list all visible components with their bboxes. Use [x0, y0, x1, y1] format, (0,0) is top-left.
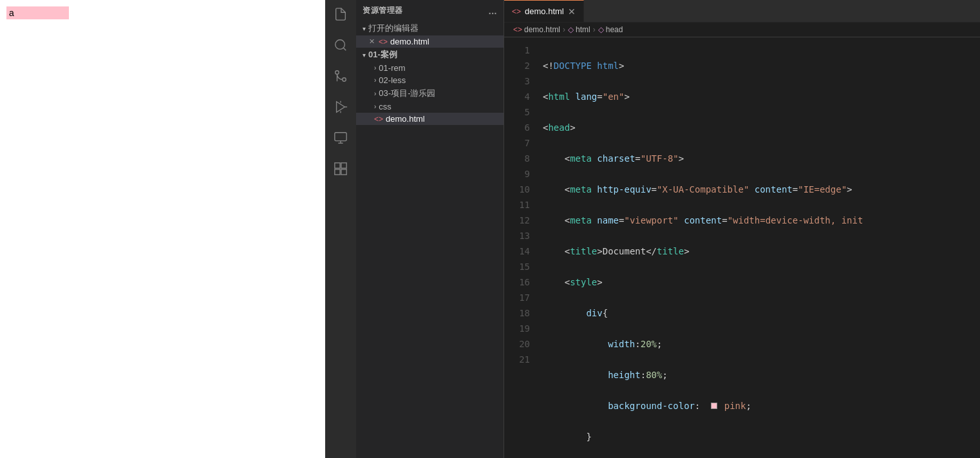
svg-rect-12 — [341, 163, 346, 168]
code-line-7: <title>Document</title> — [543, 243, 974, 259]
chevron-right-icon: › — [374, 64, 376, 72]
code-line-2: <html lang="en"> — [543, 89, 974, 104]
folder-03project-label: 03-项目-游乐园 — [379, 88, 435, 99]
html-file-icon: <> — [379, 37, 388, 46]
tab-label: demo.html — [525, 6, 564, 16]
breadcrumb-head-label: head — [606, 25, 623, 34]
tab-demo-html[interactable]: <> demo.html ✕ — [504, 0, 584, 22]
code-line-13: } — [543, 429, 974, 444]
demo-html-label: demo.html — [386, 114, 425, 124]
breadcrumb-head-icon: ◇ — [598, 25, 604, 34]
sidebar-header-icons: ... — [489, 6, 497, 16]
search-icon[interactable] — [332, 36, 350, 54]
preview-div: a — [6, 6, 69, 19]
project-label: 01-案例 — [368, 49, 397, 61]
sidebar-item-01rem[interactable]: › 01-rem — [356, 62, 504, 74]
breadcrumb-sep2: › — [593, 25, 596, 34]
close-icon[interactable]: ✕ — [369, 37, 375, 46]
code-line-12: background-color: pink; — [543, 398, 974, 414]
color-swatch — [711, 403, 717, 409]
breadcrumb-file[interactable]: <> demo.html — [513, 25, 560, 34]
debug-icon[interactable] — [332, 98, 350, 116]
svg-rect-14 — [341, 169, 346, 175]
preview-content: a — [0, 0, 325, 26]
extensions-icon[interactable] — [332, 160, 350, 178]
git-icon[interactable] — [332, 67, 350, 85]
files-icon[interactable] — [332, 5, 350, 23]
open-editors-label: 打开的编辑器 — [368, 23, 419, 34]
tab-close-icon[interactable]: ✕ — [568, 6, 576, 17]
sidebar: 资源管理器 ... ▾ 打开的编辑器 ✕ <> demo.html ▾ 01-案… — [356, 0, 504, 458]
activity-bar — [325, 0, 356, 458]
breadcrumb-sep1: › — [563, 25, 565, 34]
svg-point-2 — [343, 78, 346, 82]
sidebar-item-02less[interactable]: › 02-less — [356, 74, 504, 86]
chevron-right-icon4: › — [374, 103, 376, 110]
breadcrumb-file-icon: <> — [513, 25, 522, 34]
svg-rect-13 — [335, 169, 340, 175]
chevron-down-icon: ▾ — [363, 25, 366, 32]
project-group[interactable]: ▾ 01-案例 — [356, 48, 504, 62]
open-editors-group[interactable]: ▾ 打开的编辑器 — [356, 21, 504, 35]
code-line-5: <meta http-equiv="X-UA-Compatible" conte… — [543, 182, 974, 197]
svg-point-0 — [335, 40, 345, 50]
svg-point-3 — [335, 71, 339, 75]
folder-css-label: css — [379, 102, 391, 111]
svg-rect-11 — [335, 163, 340, 168]
more-icon[interactable]: ... — [489, 6, 497, 16]
code-line-4: <meta charset="UTF-8"> — [543, 151, 974, 166]
sidebar-item-demohtml[interactable]: <> demo.html — [356, 113, 504, 125]
sidebar-title: 资源管理器 — [363, 5, 403, 16]
editor-area: <> demo.html ✕ <> demo.html › ◇ html › ◇… — [504, 0, 980, 458]
code-content[interactable]: <!DOCTYPE html> <html lang="en"> <head> … — [536, 43, 980, 453]
code-line-3: <head> — [543, 120, 974, 135]
code-line-6: <meta name="viewport" content="width=dev… — [543, 213, 974, 228]
code-line-10: width:20%; — [543, 336, 974, 352]
svg-marker-4 — [337, 102, 345, 113]
code-line-9: div{ — [543, 305, 974, 321]
svg-rect-8 — [335, 133, 346, 141]
code-line-11: height:80%; — [543, 367, 974, 383]
breadcrumb-head[interactable]: ◇ head — [598, 25, 623, 34]
breadcrumb-file-label: demo.html — [524, 25, 560, 34]
sidebar-header: 资源管理器 ... — [356, 0, 504, 21]
code-area[interactable]: 12345 678910 1112131415 1617181920 21 <!… — [504, 37, 980, 458]
folder-02less-label: 02-less — [379, 75, 406, 85]
breadcrumb: <> demo.html › ◇ html › ◇ head — [504, 23, 980, 37]
line-numbers: 12345 678910 1112131415 1617181920 21 — [504, 43, 536, 453]
tab-bar: <> demo.html ✕ — [504, 0, 980, 23]
code-line-8: <style> — [543, 274, 974, 290]
breadcrumb-html[interactable]: ◇ html — [568, 25, 590, 34]
chevron-right-icon2: › — [374, 77, 376, 84]
breadcrumb-html-label: html — [576, 25, 590, 34]
chevron-down-icon2: ▾ — [363, 52, 366, 59]
html-icon: <> — [374, 115, 383, 124]
svg-line-1 — [343, 48, 346, 50]
chevron-right-icon3: › — [374, 90, 376, 97]
sidebar-item-03project[interactable]: › 03-项目-游乐园 — [356, 86, 504, 100]
preview-text: a — [9, 8, 14, 18]
open-file-item[interactable]: ✕ <> demo.html — [356, 35, 504, 48]
preview-pane: a — [0, 0, 325, 458]
sidebar-item-css[interactable]: › css — [356, 100, 504, 113]
code-line-1: <!DOCTYPE html> — [543, 58, 974, 73]
breadcrumb-html-icon: ◇ — [568, 25, 574, 34]
remote-icon[interactable] — [332, 129, 350, 147]
folder-01rem-label: 01-rem — [379, 63, 405, 73]
tab-file-icon: <> — [512, 7, 521, 16]
open-file-name: demo.html — [390, 37, 429, 46]
